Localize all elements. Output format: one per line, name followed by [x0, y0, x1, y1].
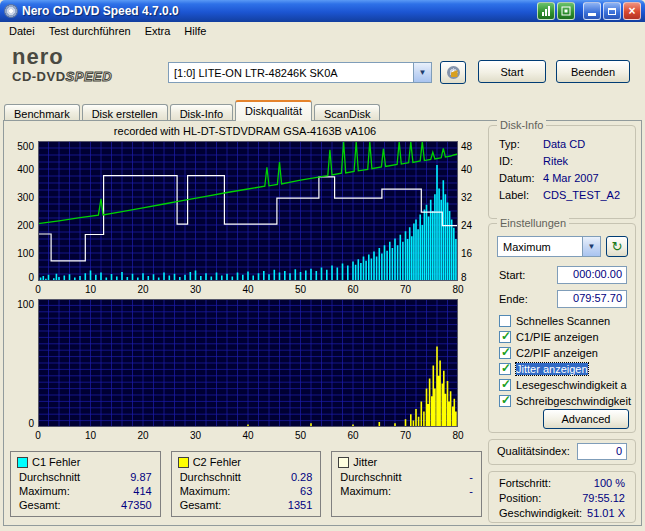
quality-chart-bottom: 100001020304050607080	[10, 297, 482, 445]
tab-diskqualitaet[interactable]: Diskqualität	[235, 100, 312, 121]
axis-tick-label: 10	[82, 284, 100, 295]
tab-page-diskqualitaet: recorded with HL-DT-STDVDRAM GSA-4163B v…	[3, 120, 642, 526]
axis-tick-label: 16	[461, 248, 472, 259]
window-title: Nero CD-DVD Speed 4.7.0.0	[22, 4, 535, 18]
nero-logo: nero CD-DVDSPEED	[12, 46, 112, 83]
close-button[interactable]: ×	[623, 2, 641, 20]
axis-tick-label: 300	[10, 192, 34, 203]
checkbox-write-speed[interactable]: ✓ Schreibgeschwindigkeit	[499, 394, 631, 408]
checkbox-c1-pie[interactable]: ✓ C1/PIE anzeigen	[499, 330, 599, 344]
axis-tick-label: 30	[187, 284, 205, 295]
axis-tick-label: 20	[134, 430, 152, 441]
axis-tick-label: 24	[461, 220, 472, 231]
axis-tick-label: 0	[10, 418, 34, 429]
start-label: Start:	[499, 269, 525, 281]
c2-color-swatch	[178, 457, 189, 468]
axis-tick-label: 30	[187, 430, 205, 441]
c2-errors-box: C2 Fehler Durchschnitt0.28 Maximum:63 Ge…	[171, 451, 322, 517]
exit-button[interactable]: Beenden	[556, 60, 630, 83]
settings-title: Einstellungen	[497, 217, 569, 229]
logo-line-2: CD-DVDSPEED	[12, 70, 112, 83]
start-button[interactable]: Start	[478, 60, 546, 83]
drive-selector[interactable]: [1:0] LITE-ON LTR-48246K SK0A ▼	[168, 62, 432, 83]
axis-tick-label: 70	[397, 284, 415, 295]
title-bar: Nero CD-DVD Speed 4.7.0.0 ×	[0, 0, 645, 22]
end-position-field[interactable]: 079:57.70	[557, 290, 627, 308]
axis-tick-label: 40	[239, 284, 257, 295]
start-position-field[interactable]: 000:00.00	[557, 266, 627, 284]
statistics-row: C1 Fehler Durchschnitt9.87 Maximum:414 G…	[10, 451, 482, 521]
speed-select[interactable]: Maximum ▼	[497, 236, 601, 257]
speed-select-value: Maximum	[498, 237, 582, 256]
progress-group: Fortschritt:100 % Position:79:55.12 Gesc…	[488, 471, 636, 523]
checkbox-box[interactable]: ✓	[499, 395, 511, 407]
checkbox-box[interactable]: ✓	[499, 347, 511, 359]
settings-group: Einstellungen Maximum ▼ ↻ Start: 000:00.…	[488, 223, 636, 433]
position-label: Position:	[499, 492, 541, 504]
axis-tick-label: 40	[461, 164, 472, 175]
jitter-box-title: Jitter	[353, 456, 377, 468]
axis-tick-label: 40	[239, 430, 257, 441]
axis-tick-label: 32	[461, 192, 472, 203]
menu-item-datei[interactable]: Datei	[2, 24, 42, 38]
minimize-button[interactable]	[583, 2, 601, 20]
axis-tick-label: 200	[10, 220, 34, 231]
axis-tick-label: 0	[10, 272, 34, 283]
speed-value: 51.01 X	[587, 507, 625, 519]
eject-button[interactable]	[440, 61, 466, 84]
axis-tick-label: 100	[10, 299, 34, 310]
refresh-button[interactable]: ↻	[606, 236, 628, 257]
menu-item-extra[interactable]: Extra	[138, 24, 178, 38]
checkbox-c2-pif[interactable]: ✓ C2/PIF anzeigen	[499, 346, 598, 360]
chevron-down-icon[interactable]: ▼	[413, 63, 431, 82]
tab-strip: Benchmark Disk erstellen Disk-Info Diskq…	[4, 101, 382, 121]
checkbox-box[interactable]: ✓	[499, 363, 511, 375]
titlebar-tool-button-2[interactable]	[557, 2, 575, 20]
right-panel: Disk-Info Typ:Data CD ID:Ritek Datum:4 M…	[486, 121, 638, 525]
axis-tick-label: 80	[449, 284, 467, 295]
titlebar-tool-button-1[interactable]	[537, 2, 555, 20]
axis-tick-label: 50	[292, 430, 310, 441]
maximize-icon	[608, 8, 616, 15]
chart-canvas	[38, 141, 458, 281]
axis-tick-label: 8	[461, 272, 467, 283]
menu-item-hilfe[interactable]: Hilfe	[177, 24, 213, 38]
axis-tick-label: 50	[292, 284, 310, 295]
checkbox-jitter[interactable]: ✓ Jitter anzeigen	[499, 362, 588, 376]
maximize-button[interactable]	[603, 2, 621, 20]
checkbox-fast-scan[interactable]: ✓ Schnelles Scannen	[499, 314, 610, 328]
drive-selector-value: [1:0] LITE-ON LTR-48246K SK0A	[169, 63, 413, 82]
checkbox-box[interactable]: ✓	[499, 379, 511, 391]
axis-tick-label: 0	[29, 284, 47, 295]
disc-hand-icon	[447, 66, 460, 79]
axis-tick-label: 48	[461, 141, 472, 152]
minimize-icon	[588, 13, 596, 16]
axis-tick-label: 400	[10, 164, 34, 175]
position-value: 79:55.12	[582, 492, 625, 504]
menu-bar: Datei Test durchführen Extra Hilfe	[0, 22, 645, 40]
window-icon	[561, 6, 571, 16]
advanced-button[interactable]: Advanced	[543, 409, 629, 429]
c2-box-title: C2 Fehler	[193, 456, 241, 468]
logo-line-1: nero	[12, 46, 112, 68]
quality-chart-top: 5004003002001000484032241680102030405060…	[10, 139, 482, 299]
checkbox-read-speed[interactable]: ✓ Lesegeschwindigkeit a	[499, 378, 627, 392]
axis-tick-label: 0	[29, 430, 47, 441]
checkbox-box[interactable]: ✓	[499, 315, 511, 327]
chevron-down-icon[interactable]: ▼	[582, 237, 600, 256]
quality-index-label: Qualitätsindex:	[497, 445, 570, 457]
menu-item-test-durchfuehren[interactable]: Test durchführen	[42, 24, 138, 38]
axis-tick-label: 60	[344, 430, 362, 441]
bars-icon	[541, 6, 551, 16]
checkbox-box[interactable]: ✓	[499, 331, 511, 343]
axis-tick-label: 80	[449, 430, 467, 441]
quality-index-group: Qualitätsindex: 0	[488, 439, 636, 465]
progress-label: Fortschritt:	[499, 477, 551, 489]
chart-canvas	[38, 299, 458, 427]
axis-tick-label: 100	[10, 248, 34, 259]
progress-value: 100 %	[594, 477, 625, 489]
axis-tick-label: 60	[344, 284, 362, 295]
axis-tick-label: 20	[134, 284, 152, 295]
toolbar: nero CD-DVDSPEED [1:0] LITE-ON LTR-48246…	[0, 40, 645, 100]
axis-tick-label: 70	[397, 430, 415, 441]
